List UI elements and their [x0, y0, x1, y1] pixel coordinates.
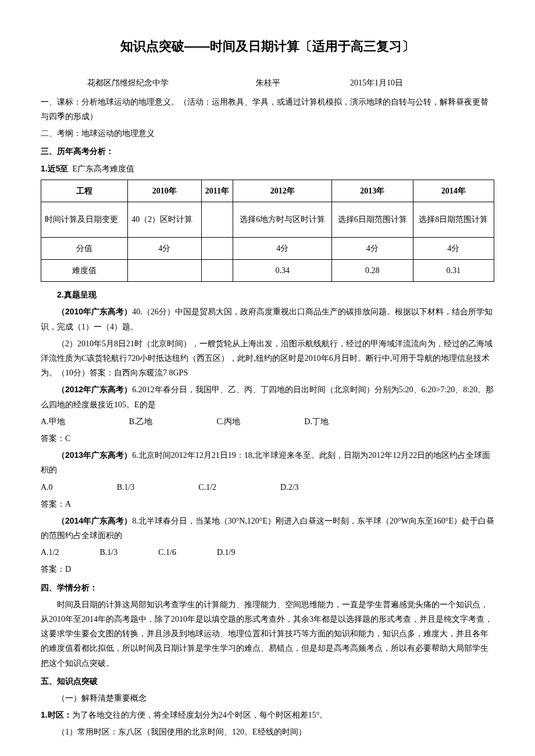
opt-b: B.1/3 [100, 545, 118, 560]
section-3-label: 三、历年高考分析： [41, 144, 494, 159]
opt-b: B.乙地 [129, 414, 153, 429]
section-1-label: 一、课标： [41, 98, 81, 106]
opt-c: C.1/6 [158, 545, 176, 560]
section-5-sub1: （一）解释清楚重要概念 [41, 691, 494, 705]
cell: 选择6日期范围计算 [332, 202, 413, 237]
sub1-label: 1.近5至 [41, 164, 68, 173]
table-row: 分值 4分 4分 4分 4分 [41, 237, 494, 259]
cell: 0.34 [233, 260, 332, 282]
sub2-label: 2.真题呈现 [41, 288, 494, 302]
q2014-answer: 答案：D [41, 562, 494, 576]
cell: 选择6地方时与区时计算 [233, 202, 332, 237]
section-1: 一、课标：分析地球运动的地理意义。（活动：运用教具、学具，或通过计算机模拟，演示… [41, 95, 494, 124]
q2012-answer: 答案：C [41, 431, 494, 446]
section-3-sub1: 1.近5至 E广东高考难度值 [41, 162, 494, 176]
opt-d: D.1/9 [217, 545, 236, 560]
q2013-tag: （2013年广东高考） [57, 450, 132, 460]
cell: 4分 [413, 237, 494, 259]
cell: 选择8日期范围计算 [413, 202, 494, 237]
section-5-p1: 1.时区：为了各地交往的方便，将全球经度划分为24个时区，每个时区相差15°。 [41, 708, 494, 722]
cell [201, 260, 233, 282]
table-row: 难度值 0.34 0.28 0.31 [41, 260, 494, 282]
section-4-label: 四、学情分析： [41, 581, 494, 595]
q2012-tag: （2012年广东高考） [57, 385, 132, 394]
cell: 4分 [233, 237, 332, 259]
th-2010: 2010年 [128, 180, 201, 202]
q2014-options: A.1/2 B.1/3 C.1/6 D.1/9 [41, 545, 494, 560]
q2014-tag: （2014年广东高考） [57, 516, 132, 525]
cell: 4分 [128, 237, 201, 259]
meta-school: 花都区邝维煜纪念中学 [87, 76, 169, 90]
opt-d: D.2/3 [280, 480, 299, 495]
section-2: 二、考纲：地球运动的地理意义 [41, 126, 494, 141]
cell: 4分 [332, 237, 413, 259]
section-4-body: 时间及日期的计算这局部知识考查学生的计算能力、推理能力、空间思维能力，一直是学生… [41, 597, 494, 671]
meta-author: 朱桂平 [256, 76, 280, 90]
th-2012: 2012年 [233, 180, 332, 202]
section-2-label: 二、考纲： [41, 129, 81, 138]
cell: 40（2）区时计算 [128, 202, 201, 237]
cell: 时间计算及日期变更 [41, 202, 128, 237]
section-2-text: 地球运动的地理意义 [81, 129, 155, 138]
cell: 分值 [41, 237, 128, 259]
section-5-p2: （1）常用时区：东八区（我国使用的北京时间、120。E经线的时间） [41, 725, 494, 739]
q2010-tag: （2010年广东高考） [57, 307, 132, 316]
opt-a: A.0 [41, 480, 53, 495]
meta-date: 2015年1月10日 [350, 76, 403, 90]
table-row: 时间计算及日期变更 40（2）区时计算 选择6地方时与区时计算 选择6日期范围计… [41, 202, 494, 237]
section-1-text: 分析地球运动的地理意义。（活动：运用教具、学具，或通过计算机模拟，演示地球的自转… [41, 98, 488, 121]
cell [201, 237, 233, 259]
th-2013: 2013年 [332, 180, 413, 202]
q2012-options: A.甲地 B.乙地 C.丙地 D.丁地 [41, 414, 494, 429]
q2013-answer: 答案：A [41, 497, 494, 511]
cell [201, 202, 233, 237]
table-header-row: 工程 2010年 2011年 2012年 2013年 2014年 [41, 180, 494, 202]
exam-table: 工程 2010年 2011年 2012年 2013年 2014年 时间计算及日期… [41, 180, 494, 282]
opt-a: A.1/2 [41, 545, 59, 560]
q2012-head: （2012年广东高考）6.2012年春分日，我国甲、乙、丙、丁四地的日出时间（北… [41, 382, 494, 411]
th-project: 工程 [41, 180, 128, 202]
q2013-head: （2013年广东高考）6.北京时间2012年12月21日19：18,北半球迎来冬… [41, 448, 494, 477]
cell: 0.31 [413, 260, 494, 282]
opt-a: A.甲地 [41, 414, 65, 429]
opt-d: D.丁地 [304, 414, 329, 429]
sub1-text: E广东高考难度值 [72, 164, 134, 173]
q2013-options: A.0 B.1/3 C.1/2 D.2/3 [41, 480, 494, 495]
cell: 难度值 [41, 260, 128, 282]
opt-b: B.1/3 [117, 480, 135, 495]
q2014-head: （2014年广东高考）8.北半球春分日，当某地（30°N,120°E）刚进入白昼… [41, 514, 494, 543]
q2010-body: （2）2010年5月8日21时（北京时间），一艘货轮从上海出发，沿图示航线航行，… [41, 336, 494, 381]
cell [128, 260, 201, 282]
opt-c: C.丙地 [216, 414, 240, 429]
p1-text: 为了各地交往的方便，将全球经度划分为24个时区，每个时区相差15°。 [72, 711, 328, 719]
document-title: 知识点突破——时间及日期计算〔适用于高三复习〕 [41, 35, 494, 58]
section-5-label: 五、知识点突破 [41, 674, 494, 689]
th-2011: 2011年 [201, 180, 233, 202]
meta-row: 花都区邝维煜纪念中学 朱桂平 2015年1月10日 [41, 76, 494, 90]
opt-c: C.1/2 [198, 480, 216, 495]
p1-label: 1.时区： [41, 710, 72, 719]
th-2014: 2014年 [413, 180, 494, 202]
q2010-head: （2010年广东高考）40.（26分）中国是贸易大国，政府高度重视出口商品生产的… [41, 304, 494, 334]
cell: 0.28 [332, 260, 413, 282]
